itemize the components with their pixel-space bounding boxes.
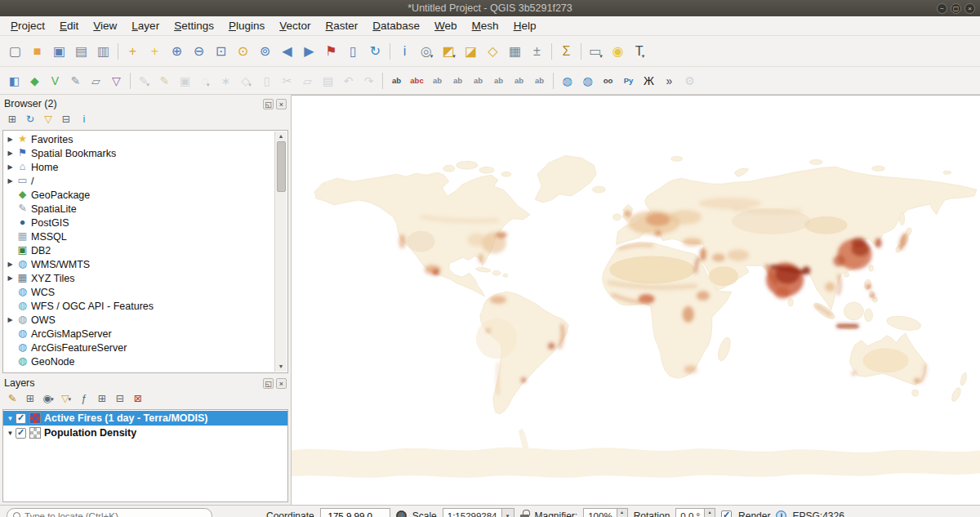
remove-layer-button[interactable]: ⊠ ▾ xyxy=(130,391,146,407)
expand-arrow-icon[interactable]: ▶ xyxy=(5,274,16,282)
browser-item-geonode[interactable]: ▶ ◍ GeoNode xyxy=(5,354,274,368)
new-geopackage-layer-button[interactable]: ◆ ▾ xyxy=(24,70,45,91)
identify-features-button[interactable]: i ▾ xyxy=(394,40,416,62)
locate-input[interactable] xyxy=(24,511,206,517)
scroll-down-icon[interactable]: ▼ xyxy=(278,362,284,372)
manage-map-themes-button[interactable]: ◉ ▾ xyxy=(40,391,56,407)
coordinate-input[interactable] xyxy=(325,511,385,517)
new-spatialite-layer-button[interactable]: ✎ ▾ xyxy=(65,70,86,91)
save-project-button[interactable]: ▣ ▾ xyxy=(48,40,70,62)
move-label-button[interactable]: ab ▾ xyxy=(488,70,509,91)
browser-item-favorites[interactable]: ▶ ★ Favorites xyxy=(5,132,274,146)
menu-plugins[interactable]: Plugins xyxy=(221,17,272,34)
scroll-up-icon[interactable]: ▲ xyxy=(278,131,284,141)
expand-arrow-icon[interactable]: ▶ xyxy=(5,163,16,171)
collapse-all-layers-button[interactable]: ⊟ ▾ xyxy=(112,391,128,407)
browser-item-postgis[interactable]: ▶ ● PostGIS xyxy=(5,216,274,230)
pan-map-button[interactable]: + ▾ xyxy=(122,40,144,62)
filter-expression-button[interactable]: ƒ ▾ xyxy=(76,391,92,407)
select-features-button[interactable]: ◩ ▾ xyxy=(438,40,460,62)
change-label-button[interactable]: ab ▾ xyxy=(529,70,550,91)
crs-globe-icon[interactable] xyxy=(776,510,786,517)
expand-arrow-icon[interactable]: ▶ xyxy=(5,149,16,157)
deselect-all-button[interactable]: ◇ ▾ xyxy=(482,40,504,62)
close-panel-button[interactable]: × xyxy=(276,99,287,109)
pan-to-selection-button[interactable]: + ▾ xyxy=(144,40,166,62)
menu-layer[interactable]: Layer xyxy=(124,17,167,34)
measure-button[interactable]: ▭ ▾ xyxy=(585,40,607,62)
menu-view[interactable]: View xyxy=(86,17,124,34)
expand-arrow-icon[interactable]: ▼ xyxy=(5,430,16,437)
scroll-thumb[interactable] xyxy=(277,141,286,192)
browser-item-wfs[interactable]: ▶ ◍ WFS / OGC API - Features xyxy=(5,299,274,313)
extents-toggle-icon[interactable] xyxy=(396,510,407,517)
close-button[interactable]: × xyxy=(964,3,975,14)
statistical-summary-button[interactable]: Σ ▾ xyxy=(555,40,577,62)
menu-raster[interactable]: Raster xyxy=(318,17,366,34)
highlight-labels-button[interactable]: ab ▾ xyxy=(468,70,488,91)
browser-item-wms[interactable]: ▶ ◍ WMS/WMTS xyxy=(5,257,274,271)
zoom-to-selection-button[interactable]: ⊙ ▾ xyxy=(232,40,254,62)
layer-visibility-checkbox[interactable]: ✓ xyxy=(16,428,26,439)
metasearch-button[interactable]: ◍ ▾ xyxy=(577,70,598,91)
new-bookmark-button[interactable]: ⚑ ▾ xyxy=(320,40,342,62)
expand-arrow-icon[interactable]: ▶ xyxy=(5,177,16,185)
zoom-full-extent-button[interactable]: ⊡ ▾ xyxy=(210,40,232,62)
titlebar[interactable]: *Untitled Project - QGIS 3b5291f273 −▢× xyxy=(0,0,980,16)
web-globe-button[interactable]: ◍ ▾ xyxy=(557,70,577,91)
coordinate-field[interactable] xyxy=(320,508,390,517)
browser-item-spatialite[interactable]: ▶ ✎ SpatiaLite xyxy=(5,202,274,216)
select-by-expression-button[interactable]: ◪ ▾ xyxy=(460,40,482,62)
render-checkbox[interactable]: ✓ xyxy=(721,510,732,517)
field-calculator-button[interactable]: ± ▾ xyxy=(526,40,548,62)
pin-labels-button[interactable]: ab ▾ xyxy=(448,70,468,91)
filter-browser-button[interactable]: ▽ ▾ xyxy=(40,112,56,127)
zoom-next-button[interactable]: ▶ ▾ xyxy=(298,40,320,62)
menu-edit[interactable]: Edit xyxy=(52,17,86,34)
new-virtual-layer-button[interactable]: ▽ ▾ xyxy=(106,70,127,91)
collapse-all-button[interactable]: ⊟ ▾ xyxy=(58,112,74,127)
zoom-last-button[interactable]: ◀ ▾ xyxy=(276,40,298,62)
locate-search-box[interactable] xyxy=(7,508,212,517)
menu-help[interactable]: Help xyxy=(506,17,544,34)
browser-item-home[interactable]: ▶ ⌂ Home xyxy=(5,160,274,174)
add-selected-layers-button[interactable]: ⊞ ▾ xyxy=(4,112,20,127)
browser-item-wcs[interactable]: ▶ ◍ WCS xyxy=(5,285,274,299)
close-panel-button[interactable]: × xyxy=(276,378,287,389)
menu-web[interactable]: Web xyxy=(427,17,465,34)
layer-visibility-checkbox[interactable]: ✓ xyxy=(16,413,26,424)
new-temporary-layer-button[interactable]: ▱ ▾ xyxy=(86,70,106,91)
data-source-manager-button[interactable]: ◧ ▾ xyxy=(4,70,24,91)
layer-item-population-density[interactable]: ▼ ✓ Population Density xyxy=(3,426,287,440)
rotate-label-button[interactable]: ab ▾ xyxy=(509,70,529,91)
refresh-map-button[interactable]: ↻ ▾ xyxy=(364,40,386,62)
rotation-spinbox[interactable]: 0.0 ° ▴ ▾ xyxy=(675,508,715,517)
browser-scrollbar[interactable]: ▲ ▼ xyxy=(274,131,287,372)
browser-item-arcgis-map[interactable]: ▶ ◍ ArcGisMapServer xyxy=(5,327,274,341)
pinned-labels-button[interactable]: ab ▾ xyxy=(427,70,448,91)
menu-database[interactable]: Database xyxy=(365,17,427,34)
run-feature-action-button[interactable]: ◎ ▾ xyxy=(416,40,438,62)
scale-combo[interactable]: 1:15299284 ▾ xyxy=(443,508,514,517)
zoom-in-button[interactable]: ⊕ ▾ xyxy=(166,40,188,62)
zoom-out-button[interactable]: ⊖ ▾ xyxy=(188,40,210,62)
open-layer-styling-button[interactable]: ✎ ▾ xyxy=(4,391,20,407)
open-attribute-table-button[interactable]: ▦ ▾ xyxy=(504,40,526,62)
zoom-to-layer-button[interactable]: ⊚ ▾ xyxy=(254,40,276,62)
float-panel-button[interactable]: ◱ xyxy=(263,378,274,389)
text-annotation-button[interactable]: T ▾ xyxy=(629,40,651,62)
binoculars-search-button[interactable]: oo ▾ xyxy=(598,70,618,91)
browser-item-geopackage[interactable]: ▶ ◆ GeoPackage xyxy=(5,188,274,202)
expand-arrow-icon[interactable]: ▼ xyxy=(5,415,16,422)
layer-labeling-single-button[interactable]: abc ▾ xyxy=(407,70,427,91)
map-tips-button[interactable]: ◉ ▾ xyxy=(607,40,629,62)
expand-arrow-icon[interactable]: ▶ xyxy=(5,136,16,143)
scale-dropdown-icon[interactable]: ▾ xyxy=(502,508,514,517)
add-group-button[interactable]: ⊞ ▾ xyxy=(22,391,38,407)
expand-all-button[interactable]: ⊞ ▾ xyxy=(94,391,110,407)
browser-item-mssql[interactable]: ▶ ▦ MSSQL xyxy=(5,230,274,243)
menu-project[interactable]: Project xyxy=(3,17,52,34)
expand-arrow-icon[interactable]: ▶ xyxy=(5,316,16,323)
refresh-browser-button[interactable]: ↻ ▾ xyxy=(22,112,38,127)
browser-item-db2[interactable]: ▶ ▣ DB2 xyxy=(5,243,274,257)
